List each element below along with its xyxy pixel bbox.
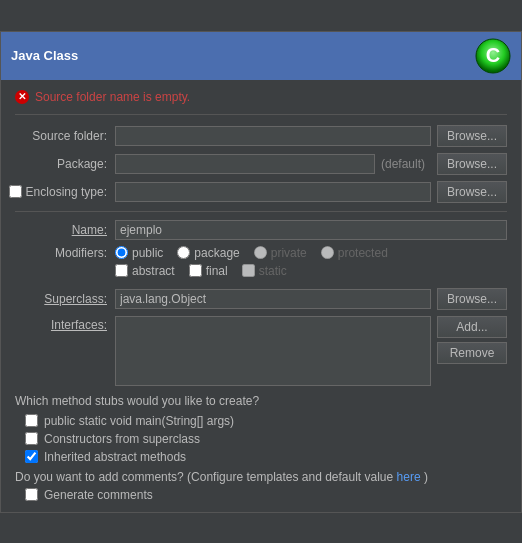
error-icon: ✕ (15, 90, 29, 104)
stubs-main-checkbox[interactable] (25, 414, 38, 427)
modifier-protected-label[interactable]: protected (321, 246, 388, 260)
modifier-public-radio[interactable] (115, 246, 128, 259)
dialog-header: Java Class C (1, 32, 521, 80)
package-input[interactable] (115, 154, 375, 174)
interfaces-add-button[interactable]: Add... (437, 316, 507, 338)
modifier-package-label[interactable]: package (177, 246, 239, 260)
interfaces-remove-button[interactable]: Remove (437, 342, 507, 364)
generate-comments-checkbox[interactable] (25, 488, 38, 501)
package-browse-button[interactable]: Browse... (437, 153, 507, 175)
modifiers-line-2: abstract final static (115, 264, 402, 278)
modifier-private-label[interactable]: private (254, 246, 307, 260)
name-input[interactable] (115, 220, 507, 240)
superclass-browse-button[interactable]: Browse... (437, 288, 507, 310)
stubs-option-main: public static void main(String[] args) (25, 414, 507, 428)
eclipse-logo: C (475, 38, 511, 74)
stubs-option-constructors: Constructors from superclass (25, 432, 507, 446)
superclass-input[interactable] (115, 289, 431, 309)
enclosing-type-label: Enclosing type: (26, 185, 107, 199)
interfaces-buttons: Add... Remove (437, 316, 507, 368)
modifier-static-checkbox[interactable] (242, 264, 255, 277)
interfaces-textarea[interactable] (115, 316, 431, 386)
svg-text:C: C (486, 44, 500, 66)
comments-link[interactable]: here (397, 470, 421, 484)
superclass-row: Superclass: Browse... (15, 288, 507, 310)
stubs-title: Which method stubs would you like to cre… (15, 394, 507, 408)
enclosing-type-checkbox[interactable] (9, 185, 22, 198)
name-row: Name: (15, 220, 507, 240)
modifier-public-label[interactable]: public (115, 246, 163, 260)
java-class-dialog: Java Class C ✕ Source folder name is emp… (0, 31, 522, 513)
generate-comments-row: Generate comments (25, 488, 507, 502)
modifier-final-checkbox[interactable] (189, 264, 202, 277)
interfaces-label: Interfaces: (15, 316, 115, 332)
stubs-option-inherited: Inherited abstract methods (25, 450, 507, 464)
modifier-package-radio[interactable] (177, 246, 190, 259)
source-folder-browse-button[interactable]: Browse... (437, 125, 507, 147)
package-default: (default) (381, 157, 425, 171)
generate-comments-label: Generate comments (44, 488, 153, 502)
source-folder-row: Source folder: Browse... (15, 125, 507, 147)
modifier-protected-radio[interactable] (321, 246, 334, 259)
enclosing-type-browse-button[interactable]: Browse... (437, 181, 507, 203)
stubs-section: Which method stubs would you like to cre… (15, 394, 507, 464)
error-row: ✕ Source folder name is empty. (15, 90, 507, 104)
modifiers-options: public package private protected (115, 246, 402, 282)
package-label: Package: (15, 157, 115, 171)
modifier-abstract-label[interactable]: abstract (115, 264, 175, 278)
modifier-final-label[interactable]: final (189, 264, 228, 278)
comments-title: Do you want to add comments? (Configure … (15, 470, 507, 484)
dialog-title: Java Class (11, 48, 78, 63)
stubs-constructors-checkbox[interactable] (25, 432, 38, 445)
divider-1 (15, 211, 507, 212)
superclass-label: Superclass: (15, 292, 115, 306)
source-folder-label: Source folder: (15, 129, 115, 143)
modifiers-label: Modifiers: (15, 246, 115, 260)
stubs-inherited-checkbox[interactable] (25, 450, 38, 463)
package-row: Package: (default) Browse... (15, 153, 507, 175)
enclosing-type-input[interactable] (115, 182, 431, 202)
name-label: Name: (15, 223, 115, 237)
enclosing-type-row: Enclosing type: Browse... (15, 181, 507, 203)
comments-section: Do you want to add comments? (Configure … (15, 470, 507, 502)
package-input-wrapper: (default) (115, 154, 431, 174)
modifier-abstract-checkbox[interactable] (115, 264, 128, 277)
error-message: Source folder name is empty. (35, 90, 190, 104)
interfaces-row: Interfaces: Add... Remove (15, 316, 507, 386)
modifiers-line-1: public package private protected (115, 246, 402, 260)
source-folder-input[interactable] (115, 126, 431, 146)
form-section: Source folder: Browse... Package: (defau… (15, 114, 507, 203)
modifiers-row: Modifiers: public package private (15, 246, 507, 282)
modifier-static-label[interactable]: static (242, 264, 287, 278)
modifier-private-radio[interactable] (254, 246, 267, 259)
dialog-body: ✕ Source folder name is empty. Source fo… (1, 80, 521, 512)
